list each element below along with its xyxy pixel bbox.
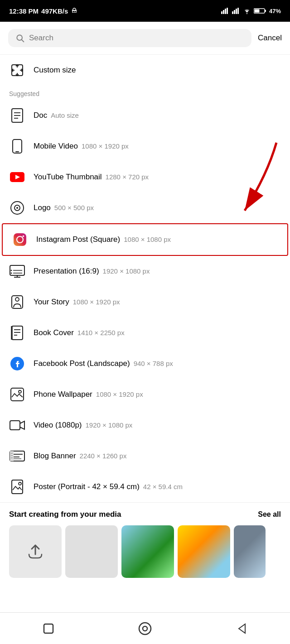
svg-rect-1	[223, 10, 224, 14]
nav-square-button[interactable]	[37, 617, 60, 640]
instagram-size: 1080 × 1080 px	[124, 235, 171, 243]
search-input[interactable]	[29, 34, 244, 43]
wallpaper-icon	[9, 386, 25, 403]
facebook-icon	[9, 356, 25, 372]
custom-size-label: Custom size	[34, 66, 76, 75]
nav-home-button[interactable]	[134, 617, 156, 640]
status-time-area: 12:38 PM 497KB/s	[9, 7, 78, 15]
svg-rect-24	[15, 151, 19, 152]
see-all-button[interactable]: See all	[258, 510, 281, 519]
status-icons-area: 47%	[221, 8, 281, 14]
presentation-icon	[9, 263, 25, 279]
mobile-video-item[interactable]: Mobile Video 1080 × 1920 px	[0, 131, 290, 162]
search-icon	[15, 34, 24, 43]
svg-rect-56	[10, 451, 14, 461]
logo-size: 500 × 500 px	[54, 204, 94, 211]
svg-point-63	[139, 623, 151, 634]
doc-item[interactable]: Doc Auto size	[0, 100, 290, 131]
facebook-item[interactable]: Facebook Post (Landscape) 940 × 788 px	[0, 348, 290, 379]
video-item[interactable]: Video (1080p) 1920 × 1080 px	[0, 410, 290, 441]
blog-item[interactable]: Blog Banner 2240 × 1260 px	[0, 441, 290, 471]
video-size: 1920 × 1080 px	[86, 421, 133, 429]
svg-rect-49	[11, 388, 24, 401]
wallpaper-item[interactable]: Phone Wallpaper 1080 × 1920 px	[0, 379, 290, 410]
media-title: Start creating from your media	[9, 510, 121, 519]
book-size: 1410 × 2250 px	[77, 329, 125, 336]
search-input-wrapper[interactable]	[8, 29, 251, 47]
photo-thumb-1[interactable]	[121, 525, 174, 578]
blog-name: Blog Banner	[34, 452, 76, 461]
svg-rect-11	[254, 10, 259, 13]
wifi-icon	[243, 8, 251, 14]
video-name: Video (1080p)	[34, 421, 82, 430]
blog-size: 2240 × 1260 px	[80, 452, 127, 460]
svg-point-64	[143, 626, 147, 631]
search-area: Cancel	[0, 22, 290, 55]
presentation-name: Presentation (16:9)	[34, 267, 99, 276]
nav-back-icon	[235, 622, 248, 635]
svg-rect-7	[237, 8, 239, 14]
mobile-video-icon	[9, 138, 25, 154]
logo-name: Logo	[34, 203, 51, 212]
book-name: Book Cover	[34, 328, 74, 337]
signal-icon	[221, 8, 229, 14]
instagram-text: Instagram Post (Square) 1080 × 1080 px	[36, 235, 278, 244]
video-text: Video (1080p) 1920 × 1080 px	[34, 421, 281, 430]
presentation-item[interactable]: Presentation (16:9) 1920 × 1080 px	[0, 256, 290, 287]
facebook-name: Facebook Post (Landscape)	[34, 359, 130, 368]
svg-point-32	[23, 235, 24, 237]
logo-item[interactable]: Logo 500 × 500 px	[0, 192, 290, 223]
svg-point-61	[19, 482, 21, 485]
battery-percent: 47%	[269, 8, 281, 14]
poster-size: 42 × 59.4 cm	[143, 483, 183, 490]
svg-rect-2	[225, 9, 226, 14]
doc-size: Auto size	[51, 111, 79, 119]
doc-icon	[9, 107, 25, 124]
poster-text: Poster (Portrait - 42 × 59.4 cm) 42 × 59…	[34, 482, 281, 491]
facebook-text: Facebook Post (Landscape) 940 × 788 px	[34, 359, 281, 368]
nav-back-button[interactable]	[230, 617, 253, 640]
nav-square-icon	[42, 622, 55, 635]
facebook-size: 940 × 788 px	[134, 360, 173, 367]
media-thumbnails	[9, 525, 281, 578]
photo-thumb-2[interactable]	[178, 525, 230, 578]
svg-rect-60	[12, 480, 23, 494]
svg-point-29	[16, 207, 18, 209]
svg-point-37	[11, 273, 12, 274]
cancel-button[interactable]: Cancel	[258, 34, 282, 43]
wallpaper-size: 1080 × 1920 px	[96, 390, 143, 398]
upload-thumb[interactable]	[9, 525, 62, 578]
video-icon	[9, 417, 25, 433]
svg-rect-62	[44, 624, 53, 633]
signal2-icon	[232, 8, 240, 14]
poster-item[interactable]: Poster (Portrait - 42 × 59.4 cm) 42 × 59…	[0, 471, 290, 502]
book-item[interactable]: Book Cover 1410 × 2250 px	[0, 317, 290, 348]
svg-marker-65	[239, 624, 245, 633]
battery-icon	[254, 8, 266, 14]
svg-point-8	[246, 13, 247, 14]
svg-point-38	[11, 270, 12, 271]
youtube-size: 1280 × 720 px	[106, 173, 149, 181]
doc-text: Doc Auto size	[34, 111, 281, 120]
bottom-nav	[0, 612, 290, 644]
instagram-name: Instagram Post (Square)	[36, 235, 120, 244]
story-icon	[9, 294, 25, 310]
svg-point-42	[15, 298, 19, 301]
mobile-video-name: Mobile Video	[34, 142, 78, 151]
collage-thumb[interactable]	[65, 525, 118, 578]
instagram-item[interactable]: Instagram Post (Square) 1080 × 1080 px	[2, 223, 288, 256]
book-text: Book Cover 1410 × 2250 px	[34, 328, 281, 337]
status-bar: 12:38 PM 497KB/s	[0, 0, 290, 22]
custom-size-item[interactable]: Custom size	[0, 55, 290, 86]
svg-line-13	[22, 40, 24, 42]
status-speed: 497KB/s	[41, 7, 68, 15]
youtube-item[interactable]: YouTube Thumbnail 1280 × 720 px	[0, 162, 290, 192]
story-item[interactable]: Your Story 1080 × 1920 px	[0, 287, 290, 317]
photo-thumb-3[interactable]	[234, 525, 266, 578]
story-name: Your Story	[34, 298, 69, 307]
poster-icon	[9, 479, 25, 495]
mobile-video-text: Mobile Video 1080 × 1920 px	[34, 142, 281, 151]
youtube-name: YouTube Thumbnail	[34, 173, 102, 182]
story-size: 1080 × 1920 px	[73, 298, 120, 306]
svg-rect-43	[12, 326, 23, 340]
